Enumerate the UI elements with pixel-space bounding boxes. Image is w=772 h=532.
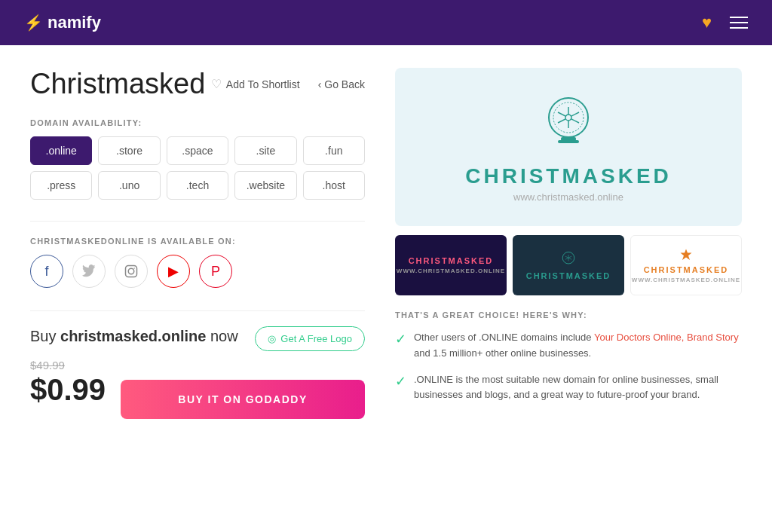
- domain-fun[interactable]: .fun: [303, 136, 365, 165]
- logo-text: namify: [47, 13, 101, 32]
- logo-variant-light[interactable]: CHRISTMASKEDwww.christmasked.online: [630, 235, 742, 295]
- buy-label: Buy christmasked.online now: [30, 328, 238, 345]
- buy-suffix: now: [206, 328, 237, 344]
- preview-url: www.christmasked.online: [513, 191, 623, 203]
- divider-1: [30, 221, 365, 222]
- why-item-1: ✓ Other users of .ONLINE domains include…: [395, 330, 742, 362]
- svg-marker-15: [680, 249, 691, 261]
- why-items: ✓ Other users of .ONLINE domains include…: [395, 330, 742, 403]
- header: ⚡ namify ♥: [0, 0, 772, 45]
- social-section: CHRISTMASKEDONLINE IS AVAILABLE ON: f ▶ …: [30, 237, 365, 288]
- svg-point-1: [128, 268, 134, 274]
- domain-grid: .online .store .space .site .fun .press …: [30, 136, 365, 200]
- shortlist-heart-icon: ♡: [211, 77, 222, 91]
- preview-brand-name: CHRISTMASKED: [465, 164, 672, 188]
- svg-rect-0: [126, 266, 137, 277]
- pin-icon: ◎: [268, 333, 276, 344]
- go-back-button[interactable]: ‹ Go Back: [318, 78, 365, 90]
- shortlist-label: Add To Shortlist: [226, 78, 300, 90]
- snowglobe-icon: [538, 92, 599, 152]
- buy-domain: christmasked.online: [60, 328, 206, 344]
- logo-variant-dark-teal[interactable]: CHRISTMASKED: [513, 235, 624, 295]
- twitter-icon[interactable]: [72, 255, 106, 288]
- domain-space[interactable]: .space: [167, 136, 228, 165]
- domain-store[interactable]: .store: [98, 136, 160, 165]
- domain-section-label: DOMAIN AVAILABILITY:: [30, 118, 365, 127]
- svg-rect-10: [558, 140, 579, 143]
- variant-3-text: CHRISTMASKEDwww.christmasked.online: [632, 265, 740, 283]
- variant-1-text: CHRISTMASKEDwww.christmasked.online: [397, 256, 505, 274]
- domain-online[interactable]: .online: [30, 136, 92, 165]
- go-back-label: Go Back: [324, 78, 365, 90]
- old-price: $49.99: [30, 359, 106, 371]
- why-link-1[interactable]: Your Doctors Online, Brand Story: [594, 332, 739, 343]
- header-right: ♥: [702, 13, 748, 32]
- menu-line-2: [730, 22, 748, 23]
- logo[interactable]: ⚡ namify: [24, 13, 101, 32]
- why-section-label: THAT'S A GREAT CHOICE! HERE'S WHY:: [395, 310, 742, 320]
- logo-icon: ⚡: [24, 14, 43, 32]
- main-content: Christmasked ♡ Add To Shortlist ‹ Go Bac…: [0, 45, 772, 442]
- social-section-label: CHRISTMASKEDONLINE IS AVAILABLE ON:: [30, 237, 365, 246]
- pinterest-icon[interactable]: P: [199, 255, 232, 288]
- title-actions: ♡ Add To Shortlist ‹ Go Back: [211, 77, 365, 91]
- page-title: Christmasked: [30, 68, 205, 100]
- why-text-2: .ONLINE is the most suitable new domain …: [414, 372, 742, 404]
- title-row: Christmasked ♡ Add To Shortlist ‹ Go Bac…: [30, 68, 365, 100]
- domain-uno[interactable]: .uno: [98, 171, 160, 200]
- menu-line-1: [730, 17, 748, 18]
- variant-3-content: CHRISTMASKEDwww.christmasked.online: [632, 247, 740, 283]
- instagram-icon[interactable]: [115, 255, 148, 288]
- variant-2-content: CHRISTMASKED: [526, 250, 611, 280]
- why-text-1: Other users of .ONLINE domains include Y…: [414, 330, 742, 362]
- chevron-left-icon: ‹: [318, 78, 322, 90]
- buy-top-row: Buy christmasked.online now ◎ Get A Free…: [30, 326, 365, 351]
- check-icon-2: ✓: [395, 373, 406, 390]
- price-buy-row: $49.99 $0.99 BUY IT ON GODADDY: [30, 359, 365, 419]
- right-panel: CHRISTMASKED www.christmasked.online CHR…: [395, 68, 742, 419]
- logo-variants: CHRISTMASKEDwww.christmasked.online CHRI…: [395, 235, 742, 295]
- youtube-icon[interactable]: ▶: [157, 255, 190, 288]
- facebook-icon[interactable]: f: [30, 255, 63, 288]
- heart-icon[interactable]: ♥: [702, 13, 712, 32]
- domain-press[interactable]: .press: [30, 171, 92, 200]
- left-panel: Christmasked ♡ Add To Shortlist ‹ Go Bac…: [30, 68, 365, 419]
- social-icons: f ▶ P: [30, 255, 365, 288]
- menu-icon[interactable]: [730, 17, 748, 29]
- logo-variant-dark-purple[interactable]: CHRISTMASKEDwww.christmasked.online: [395, 235, 507, 295]
- variant-2-text: CHRISTMASKED: [526, 271, 611, 280]
- buy-button[interactable]: BUY IT ON GODADDY: [121, 380, 365, 419]
- domain-tech[interactable]: .tech: [167, 171, 228, 200]
- svg-point-8: [565, 115, 571, 121]
- buy-prefix: Buy: [30, 328, 60, 344]
- buy-section: Buy christmasked.online now ◎ Get A Free…: [30, 326, 365, 419]
- new-price: $0.99: [30, 373, 106, 407]
- logo-preview: CHRISTMASKED www.christmasked.online: [395, 68, 742, 226]
- free-logo-button[interactable]: ◎ Get A Free Logo: [255, 326, 365, 351]
- divider-2: [30, 310, 365, 311]
- price-column: $49.99 $0.99: [30, 359, 106, 419]
- check-icon-1: ✓: [395, 331, 406, 347]
- domain-site[interactable]: .site: [234, 136, 296, 165]
- domain-website[interactable]: .website: [234, 171, 296, 200]
- svg-point-2: [133, 268, 135, 269]
- free-logo-label: Get A Free Logo: [280, 333, 352, 344]
- menu-line-3: [730, 27, 748, 29]
- why-item-2: ✓ .ONLINE is the most suitable new domai…: [395, 372, 742, 404]
- shortlist-button[interactable]: ♡ Add To Shortlist: [211, 77, 300, 91]
- domain-host[interactable]: .host: [303, 171, 365, 200]
